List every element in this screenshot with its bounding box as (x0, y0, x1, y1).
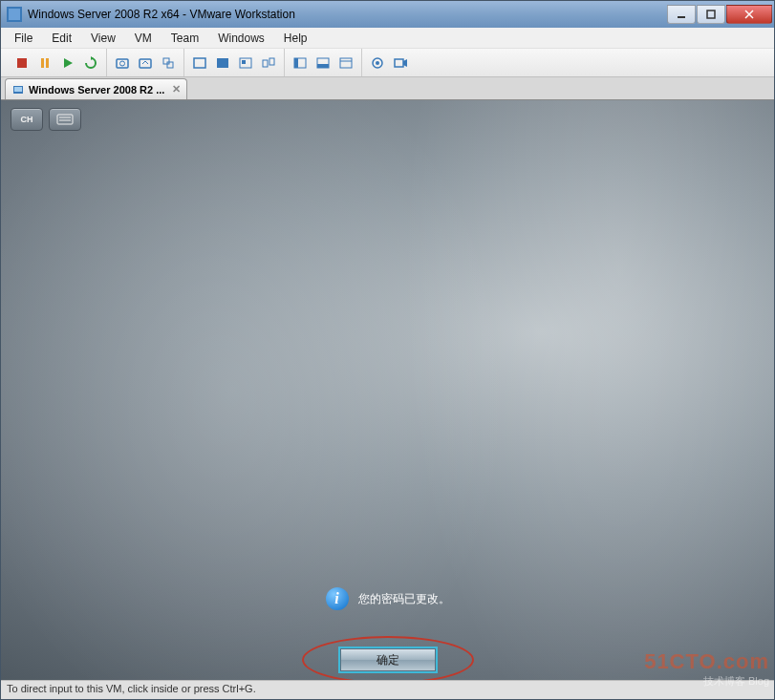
titlebar: Windows Server 2008 R2 x64 - VMware Work… (1, 1, 774, 28)
vm-viewport[interactable]: CH i 您的密码已更改。 确定 W (1, 100, 774, 680)
window-buttons (666, 5, 772, 24)
menu-help[interactable]: Help (274, 29, 317, 48)
menu-view[interactable]: View (81, 29, 125, 48)
reset-button[interactable] (80, 53, 101, 74)
menu-edit[interactable]: Edit (42, 29, 81, 48)
vm-tab-icon (11, 83, 25, 96)
minimize-button[interactable] (667, 5, 696, 24)
poweron-button[interactable] (57, 53, 78, 74)
snapshot-manager-button[interactable] (158, 53, 179, 74)
keyboard-icon[interactable] (49, 108, 81, 131)
svg-rect-15 (167, 62, 173, 68)
svg-rect-1 (9, 9, 20, 20)
svg-rect-26 (340, 58, 352, 68)
suspend-button[interactable] (34, 53, 55, 74)
toolbar (1, 49, 774, 77)
unity-button[interactable] (235, 53, 256, 74)
svg-rect-7 (41, 58, 44, 68)
tabbar: Windows Server 2008 R2 ... ✕ (1, 77, 774, 100)
svg-rect-11 (117, 59, 128, 68)
svg-rect-8 (46, 58, 49, 68)
svg-rect-34 (57, 115, 73, 124)
menu-windows[interactable]: Windows (208, 29, 274, 48)
svg-rect-33 (14, 87, 22, 92)
tab-close-icon[interactable]: ✕ (172, 83, 181, 95)
svg-rect-6 (17, 58, 27, 68)
fullscreen-button[interactable] (212, 53, 233, 74)
ok-button[interactable]: 确定 (340, 648, 436, 671)
svg-rect-19 (242, 60, 246, 64)
summary-view-button[interactable] (335, 53, 356, 74)
capture-screen-button[interactable] (367, 53, 388, 74)
svg-rect-30 (395, 59, 403, 67)
quick-switch-button[interactable] (258, 53, 279, 74)
window-title: Windows Server 2008 R2 x64 - VMware Work… (28, 8, 666, 21)
vm-ctrl-buttons: CH (11, 108, 81, 131)
svg-rect-17 (217, 58, 228, 68)
password-changed-panel: i 您的密码已更改。 确定 (216, 587, 560, 671)
menu-team[interactable]: Team (161, 29, 208, 48)
svg-rect-21 (269, 58, 274, 65)
svg-point-29 (376, 61, 379, 65)
svg-rect-25 (317, 64, 329, 68)
snapshot-button[interactable] (112, 53, 133, 74)
vm-tab-label: Windows Server 2008 R2 ... (29, 84, 164, 95)
vm-tab[interactable]: Windows Server 2008 R2 ... ✕ (5, 78, 187, 99)
svg-rect-3 (707, 11, 715, 18)
svg-rect-16 (194, 58, 205, 68)
password-changed-message: 您的密码已更改。 (358, 591, 450, 607)
capture-movie-button[interactable] (390, 53, 411, 74)
close-button[interactable] (726, 5, 772, 24)
app-icon (7, 7, 22, 22)
thumbnail-toggle-button[interactable] (312, 53, 334, 74)
revert-snapshot-button[interactable] (135, 53, 156, 74)
svg-marker-9 (64, 58, 73, 68)
sidebar-toggle-button[interactable] (290, 53, 311, 74)
show-console-button[interactable] (189, 53, 210, 74)
svg-rect-20 (263, 60, 268, 67)
svg-rect-23 (294, 58, 298, 68)
info-icon: i (326, 587, 349, 610)
menu-file[interactable]: File (5, 29, 42, 48)
app-window: Windows Server 2008 R2 x64 - VMware Work… (0, 0, 775, 700)
menu-vm[interactable]: VM (125, 29, 161, 48)
svg-point-12 (120, 61, 125, 66)
svg-rect-14 (163, 58, 169, 64)
poweroff-button[interactable] (11, 53, 32, 74)
statusbar: To direct input to this VM, click inside… (1, 680, 774, 699)
maximize-button[interactable] (697, 5, 725, 24)
ime-toggle-button[interactable]: CH (11, 108, 43, 131)
menubar: File Edit View VM Team Windows Help (1, 28, 774, 49)
